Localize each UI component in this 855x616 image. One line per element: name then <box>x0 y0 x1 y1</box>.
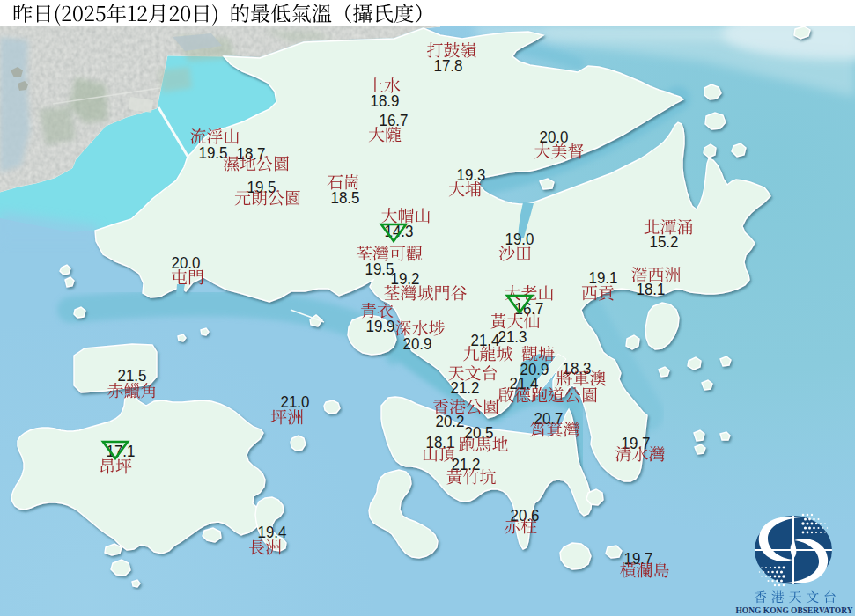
svg-text:20.0: 20.0 <box>172 253 201 272</box>
svg-text:17.8: 17.8 <box>434 56 463 75</box>
svg-text:19.5: 19.5 <box>247 178 276 196</box>
svg-text:21.4: 21.4 <box>471 331 500 349</box>
svg-text:19.1: 19.1 <box>589 268 618 287</box>
svg-text:19.4: 19.4 <box>258 523 287 541</box>
svg-text:16.7: 16.7 <box>515 299 544 318</box>
svg-text:16.7: 16.7 <box>380 111 409 129</box>
svg-text:15.2: 15.2 <box>650 232 679 251</box>
svg-text:21.3: 21.3 <box>498 327 527 346</box>
svg-text:21.5: 21.5 <box>118 366 147 385</box>
svg-text:19.5: 19.5 <box>199 143 228 162</box>
svg-text:19.0: 19.0 <box>505 230 534 248</box>
svg-text:19.3: 19.3 <box>457 165 486 184</box>
svg-text:21.4: 21.4 <box>510 374 539 392</box>
svg-text:20.0: 20.0 <box>540 128 569 146</box>
svg-text:18.5: 18.5 <box>331 188 360 207</box>
svg-text:19.2: 19.2 <box>391 269 420 288</box>
svg-text:19.9: 19.9 <box>366 317 395 335</box>
svg-text:18.1: 18.1 <box>637 280 666 298</box>
svg-text:HONG KONG OBSERVATORY: HONG KONG OBSERVATORY <box>736 605 854 615</box>
svg-text:20.2: 20.2 <box>436 412 465 430</box>
svg-text:18.9: 18.9 <box>371 92 400 110</box>
svg-text:21.2: 21.2 <box>451 378 480 397</box>
svg-text:20.9: 20.9 <box>403 334 432 353</box>
svg-text:18.7: 18.7 <box>237 144 266 163</box>
svg-text:21.0: 21.0 <box>281 392 310 411</box>
svg-text:21.2: 21.2 <box>452 455 481 473</box>
